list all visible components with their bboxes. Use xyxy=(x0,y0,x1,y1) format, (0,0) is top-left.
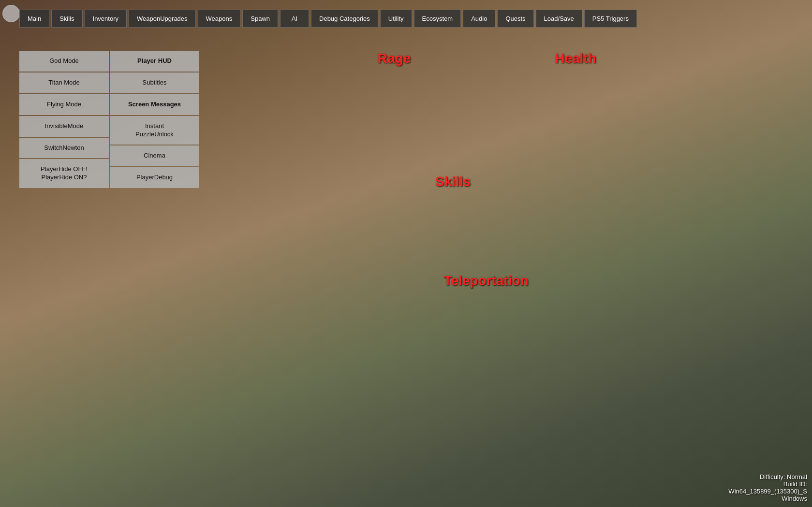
nav-btn-weapon-upgrades[interactable]: WeaponUpgrades xyxy=(129,10,196,28)
btn-switch-newton[interactable]: SwitchNewton xyxy=(19,138,109,159)
btn-cinema[interactable]: Cinema xyxy=(110,145,199,166)
btn-player-hide[interactable]: PlayerHide OFF! PlayerHide ON? xyxy=(19,159,109,188)
skills-title: Skills xyxy=(426,174,658,189)
health-section: Health xyxy=(484,51,667,70)
nav-btn-debug-categories[interactable]: Debug Categories xyxy=(311,10,378,28)
nav-bar: MainSkillsInventoryWeaponUpgradesWeapons… xyxy=(19,10,807,28)
nav-btn-ecosystem[interactable]: Ecosystem xyxy=(414,10,461,28)
nav-btn-skills[interactable]: Skills xyxy=(51,10,82,28)
nav-btn-ps5-triggers[interactable]: PS5 Triggers xyxy=(584,10,637,28)
rage-section: Rage xyxy=(305,51,484,70)
nav-btn-ai[interactable]: AI xyxy=(280,10,309,28)
build-id-value: Win64_135899_(135300)_S xyxy=(728,488,807,495)
platform-text: Windows xyxy=(728,495,807,502)
btn-screen-messages[interactable]: Screen Messages xyxy=(110,94,199,115)
logo-icon xyxy=(2,5,20,22)
btn-titan-mode[interactable]: Titan Mode xyxy=(19,72,109,93)
skills-section: Skills xyxy=(426,174,658,193)
teleportation-title: Teleportation xyxy=(305,273,667,289)
nav-btn-main[interactable]: Main xyxy=(19,10,49,28)
btn-god-mode[interactable]: God Mode xyxy=(19,51,109,72)
bottom-info: Difficulty: Normal Build ID: Win64_13589… xyxy=(728,473,807,502)
nav-btn-utility[interactable]: Utility xyxy=(380,10,412,28)
btn-invisible-mode[interactable]: InvisibleMode xyxy=(19,116,109,137)
btn-subtitles[interactable]: Subtitles xyxy=(110,72,199,93)
btn-player-hud[interactable]: Player HUD xyxy=(110,51,199,72)
nav-btn-inventory[interactable]: Inventory xyxy=(85,10,127,28)
nav-btn-spawn[interactable]: Spawn xyxy=(242,10,278,28)
btn-instant-puzzle-unlock[interactable]: Instant PuzzleUnlock xyxy=(110,116,199,145)
difficulty-text: Difficulty: Normal xyxy=(728,473,807,480)
mode-buttons-col1: God ModeTitan ModeFlying ModeInvisibleMo… xyxy=(19,51,109,188)
teleportation-section: Teleportation xyxy=(305,273,667,292)
btn-player-debug[interactable]: PlayerDebug xyxy=(110,167,199,188)
mode-buttons-col2: Player HUDSubtitlesScreen MessagesInstan… xyxy=(110,51,199,188)
build-id-label: Build ID: xyxy=(728,480,807,488)
nav-btn-quests[interactable]: Quests xyxy=(497,10,533,28)
rage-title: Rage xyxy=(305,51,484,66)
health-title: Health xyxy=(484,51,667,66)
nav-btn-weapons[interactable]: Weapons xyxy=(198,10,241,28)
left-panel: God ModeTitan ModeFlying ModeInvisibleMo… xyxy=(19,51,203,189)
btn-flying-mode[interactable]: Flying Mode xyxy=(19,94,109,115)
main-content: God ModeTitan ModeFlying ModeInvisibleMo… xyxy=(19,51,807,502)
nav-btn-audio[interactable]: Audio xyxy=(463,10,495,28)
nav-btn-load-save[interactable]: Load/Save xyxy=(536,10,582,28)
